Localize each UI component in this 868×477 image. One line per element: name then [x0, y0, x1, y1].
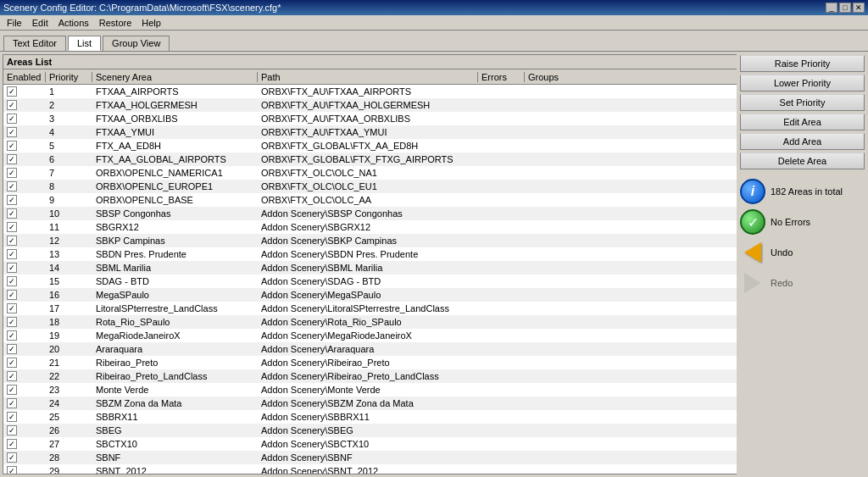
- row-enabled-cell[interactable]: [3, 208, 46, 219]
- row-enabled-cell[interactable]: [3, 276, 46, 286]
- row-enabled-cell[interactable]: [3, 263, 46, 273]
- row-enabled-cell[interactable]: [3, 249, 46, 259]
- table-row[interactable]: 8 ORBX\OPENLC_EUROPE1 ORBX\FTX_OLC\OLC_E…: [3, 180, 737, 193]
- row-checkbox[interactable]: [7, 208, 17, 219]
- tab-group-view[interactable]: Group View: [103, 36, 170, 51]
- delete-area-button[interactable]: Delete Area: [740, 153, 865, 169]
- row-enabled-cell[interactable]: [3, 236, 46, 246]
- add-area-button[interactable]: Add Area: [740, 133, 865, 150]
- row-enabled-cell[interactable]: [3, 385, 46, 395]
- table-row[interactable]: 17 LitoralSPterrestre_LandClass Addon Sc…: [3, 302, 737, 315]
- row-checkbox[interactable]: [7, 290, 17, 300]
- tab-list[interactable]: List: [68, 36, 101, 51]
- row-checkbox[interactable]: [7, 195, 17, 205]
- row-enabled-cell[interactable]: [3, 141, 46, 151]
- row-checkbox[interactable]: [7, 425, 17, 435]
- menu-file[interactable]: File: [2, 17, 27, 29]
- table-row[interactable]: 25 SBBRX11 Addon Scenery\SBBRX11: [3, 410, 737, 424]
- row-enabled-cell[interactable]: [3, 222, 46, 232]
- menu-actions[interactable]: Actions: [53, 17, 94, 29]
- row-checkbox[interactable]: [7, 181, 17, 191]
- table-row[interactable]: 24 SBZM Zona da Mata Addon Scenery\SBZM …: [3, 397, 737, 410]
- table-row[interactable]: 20 Araraquara Addon Scenery\Araraquara: [3, 342, 737, 356]
- row-enabled-cell[interactable]: [3, 195, 46, 205]
- table-row[interactable]: 23 Monte Verde Addon Scenery\Monte Verde: [3, 383, 737, 397]
- table-row[interactable]: 27 SBCTX10 Addon Scenery\SBCTX10: [3, 437, 737, 451]
- row-checkbox[interactable]: [7, 303, 17, 313]
- table-row[interactable]: 28 SBNF Addon Scenery\SBNF: [3, 451, 737, 464]
- table-row[interactable]: 11 SBGRX12 Addon Scenery\SBGRX12: [3, 220, 737, 234]
- table-row[interactable]: 4 FTXAA_YMUI ORBX\FTX_AU\FTXAA_YMUI: [3, 125, 737, 139]
- table-row[interactable]: 21 Ribeirao_Preto Addon Scenery\Ribeirao…: [3, 356, 737, 369]
- row-enabled-cell[interactable]: [3, 344, 46, 354]
- row-checkbox[interactable]: [7, 371, 17, 381]
- row-checkbox[interactable]: [7, 344, 17, 354]
- row-enabled-cell[interactable]: [3, 398, 46, 408]
- table-row[interactable]: 29 SBNT_2012 Addon Scenery\SBNT_2012: [3, 464, 737, 474]
- undo-row[interactable]: Undo: [740, 240, 865, 265]
- row-checkbox[interactable]: [7, 398, 17, 408]
- row-enabled-cell[interactable]: [3, 154, 46, 164]
- row-checkbox[interactable]: [7, 154, 17, 164]
- row-enabled-cell[interactable]: [3, 412, 46, 422]
- edit-area-button[interactable]: Edit Area: [740, 114, 865, 130]
- list-body[interactable]: 1 FTXAA_AIRPORTS ORBX\FTX_AU\FTXAA_AIRPO…: [3, 85, 737, 474]
- close-button[interactable]: ✕: [853, 3, 865, 13]
- row-checkbox[interactable]: [7, 358, 17, 368]
- row-enabled-cell[interactable]: [3, 168, 46, 178]
- table-row[interactable]: 26 SBEG Addon Scenery\SBEG: [3, 424, 737, 437]
- row-checkbox[interactable]: [7, 263, 17, 273]
- row-checkbox[interactable]: [7, 249, 17, 259]
- row-checkbox[interactable]: [7, 114, 17, 124]
- row-checkbox[interactable]: [7, 317, 17, 327]
- row-enabled-cell[interactable]: [3, 425, 46, 435]
- table-row[interactable]: 7 ORBX\OPENLC_NAMERICA1 ORBX\FTX_OLC\OLC…: [3, 166, 737, 180]
- row-checkbox[interactable]: [7, 222, 17, 232]
- menu-help[interactable]: Help: [136, 17, 166, 29]
- row-checkbox[interactable]: [7, 141, 17, 151]
- table-row[interactable]: 6 FTX_AA_GLOBAL_AIRPORTS ORBX\FTX_GLOBAL…: [3, 153, 737, 166]
- row-enabled-cell[interactable]: [3, 330, 46, 341]
- table-row[interactable]: 19 MegaRiodeJaneiroX Addon Scenery\MegaR…: [3, 329, 737, 342]
- menu-restore[interactable]: Restore: [94, 17, 137, 29]
- lower-priority-button[interactable]: Lower Priority: [740, 75, 865, 92]
- raise-priority-button[interactable]: Raise Priority: [740, 55, 865, 72]
- table-row[interactable]: 2 FTXAA_HOLGERMESH ORBX\FTX_AU\FTXAA_HOL…: [3, 98, 737, 112]
- table-row[interactable]: 16 MegaSPaulo Addon Scenery\MegaSPaulo: [3, 288, 737, 302]
- table-row[interactable]: 15 SDAG - BTD Addon Scenery\SDAG - BTD: [3, 275, 737, 288]
- row-checkbox[interactable]: [7, 466, 17, 474]
- row-enabled-cell[interactable]: [3, 317, 46, 327]
- row-checkbox[interactable]: [7, 100, 17, 110]
- table-row[interactable]: 22 Ribeirao_Preto_LandClass Addon Scener…: [3, 369, 737, 383]
- row-checkbox[interactable]: [7, 236, 17, 246]
- row-enabled-cell[interactable]: [3, 452, 46, 463]
- row-enabled-cell[interactable]: [3, 439, 46, 449]
- table-row[interactable]: 14 SBML Marilia Addon Scenery\SBML Maril…: [3, 261, 737, 275]
- row-enabled-cell[interactable]: [3, 290, 46, 300]
- tab-text-editor[interactable]: Text Editor: [3, 36, 66, 51]
- row-checkbox[interactable]: [7, 439, 17, 449]
- row-enabled-cell[interactable]: [3, 86, 46, 97]
- maximize-button[interactable]: □: [839, 3, 851, 13]
- row-enabled-cell[interactable]: [3, 127, 46, 137]
- row-enabled-cell[interactable]: [3, 100, 46, 110]
- table-row[interactable]: 18 Rota_Rio_SPaulo Addon Scenery\Rota_Ri…: [3, 315, 737, 329]
- row-enabled-cell[interactable]: [3, 358, 46, 368]
- row-checkbox[interactable]: [7, 127, 17, 137]
- row-checkbox[interactable]: [7, 330, 17, 341]
- minimize-button[interactable]: _: [826, 3, 837, 13]
- row-checkbox[interactable]: [7, 452, 17, 463]
- row-enabled-cell[interactable]: [3, 114, 46, 124]
- table-row[interactable]: 12 SBKP Campinas Addon Scenery\SBKP Camp…: [3, 234, 737, 247]
- redo-row[interactable]: Redo: [740, 270, 865, 296]
- set-priority-button[interactable]: Set Priority: [740, 94, 865, 111]
- table-row[interactable]: 5 FTX_AA_ED8H ORBX\FTX_GLOBAL\FTX_AA_ED8…: [3, 139, 737, 153]
- table-row[interactable]: 3 FTXAA_ORBXLIBS ORBX\FTX_AU\FTXAA_ORBXL…: [3, 112, 737, 125]
- row-enabled-cell[interactable]: [3, 371, 46, 381]
- row-enabled-cell[interactable]: [3, 181, 46, 191]
- table-row[interactable]: 1 FTXAA_AIRPORTS ORBX\FTX_AU\FTXAA_AIRPO…: [3, 85, 737, 98]
- table-row[interactable]: 13 SBDN Pres. Prudente Addon Scenery\SBD…: [3, 247, 737, 261]
- menu-edit[interactable]: Edit: [27, 17, 53, 29]
- table-row[interactable]: 9 ORBX\OPENLC_BASE ORBX\FTX_OLC\OLC_AA: [3, 193, 737, 207]
- row-enabled-cell[interactable]: [3, 466, 46, 474]
